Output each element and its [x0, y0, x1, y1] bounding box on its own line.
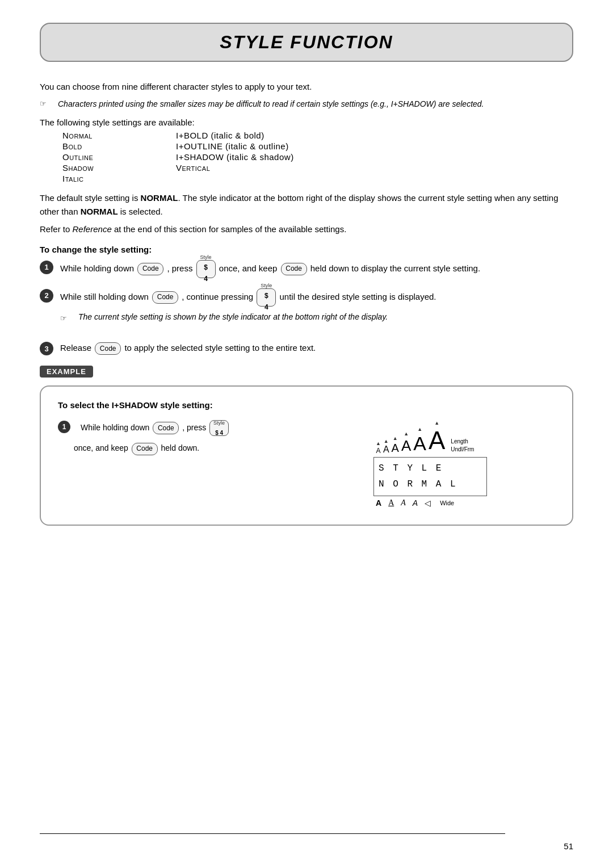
ex-text4: held down. [161, 443, 200, 452]
step-1-text-before: While holding down [60, 263, 136, 273]
example-label: EXAMPLE [40, 366, 93, 378]
ex-text1: While holding down [81, 423, 152, 432]
step-2-text-before: While still holding down [60, 292, 151, 301]
style-columns: Normal I+BOLD (italic & bold) Bold I+OUT… [62, 131, 573, 183]
style-col1-4: Shadow [62, 163, 176, 173]
steps-heading: To change the style setting: [40, 245, 573, 254]
intro-paragraph1: You can choose from nine different chara… [40, 80, 573, 94]
page-title-box: STYLE FUNCTION [40, 23, 573, 62]
step-2-key-code: Code [152, 291, 178, 304]
lcd-label-undl: Undl/Frm [451, 446, 474, 452]
step-2-note: ☞ The current style setting is shown by … [60, 311, 573, 324]
style-col2-3: I+SHADOW (italic & shadow) [176, 152, 573, 162]
note-icon-1: ☞ [40, 99, 52, 108]
example-box: To select the I+SHADOW style setting: 1 … [40, 385, 573, 525]
body-text-2: Refer to Reference at the end of this se… [40, 223, 573, 237]
step-2: 2 While still holding down Code , contin… [40, 288, 573, 331]
step-2-note-text: The current style setting is shown by th… [78, 311, 388, 324]
lcd-size-a6: ▲ A [429, 420, 445, 455]
step-1: 1 While holding down Code , press Style … [40, 260, 573, 278]
lcd-bottom-a4: A [413, 498, 418, 508]
lcd-screen: S T Y L E N O R M A L [373, 457, 487, 496]
note-text-1: Characters printed using the smaller siz… [58, 98, 484, 111]
steps-list: 1 While holding down Code , press Style … [40, 260, 573, 355]
style-col1-1: Normal [62, 131, 176, 140]
example-left: 1 While holding down Code , press Style … [58, 420, 356, 455]
style-col1-2: Bold [62, 141, 176, 151]
lcd-bottom-tri: ◁ [425, 498, 431, 508]
style-col2-1: I+BOLD (italic & bold) [176, 131, 573, 140]
step-2-content: While still holding down Code , continue… [60, 288, 573, 331]
lcd-bottom-row: A A A A ◁ Wide [373, 498, 454, 508]
lcd-line1: S T Y L E [379, 461, 482, 476]
example-inner: 1 While holding down Code , press Style … [58, 420, 555, 507]
step-1-key-code2: Code [281, 263, 307, 275]
footer-line [40, 833, 505, 835]
lcd-label-length: Length [451, 438, 474, 445]
ex-text3: once, and keep [74, 443, 131, 452]
style-col2-4: Vertical [176, 163, 573, 173]
lcd-wide-label: Wide [438, 500, 454, 506]
lcd-size-a3: ▲ A [392, 435, 399, 455]
step-1-text-mid2: once, and keep [219, 263, 280, 273]
lcd-size-a2: ▲ A [383, 438, 389, 455]
step-2-note-icon: ☞ [60, 312, 73, 324]
ex-key-code: Code [153, 422, 179, 434]
example-section: EXAMPLE To select the I+SHADOW style set… [40, 366, 573, 525]
step-1-num: 1 [40, 261, 53, 274]
step-2-text-mid1: , continue pressing [182, 292, 255, 301]
lcd-size-a5: ▲ A [413, 426, 426, 455]
style-col2-2: I+OUTLINE (italic & outline) [176, 141, 573, 151]
step-1-key-style: Style $4 [196, 260, 216, 278]
step-1-text-after: held down to display the current style s… [310, 263, 480, 273]
lcd-bottom-a3: A [401, 498, 406, 508]
style-col2-5 [176, 174, 573, 183]
step-2-key-style: Style $4 [257, 288, 276, 307]
body-text-1: The default style setting is NORMAL. The… [40, 191, 573, 220]
ex-key-code2: Code [132, 443, 158, 455]
step-3: 3 Release Code to apply the selected sty… [40, 341, 573, 355]
example-step1-continued: once, and keep Code held down. [74, 442, 356, 455]
lcd-line2: N O R M A L [379, 477, 482, 492]
style-col1-3: Outline [62, 152, 176, 162]
note-line-1: ☞ Characters printed using the smaller s… [40, 98, 573, 111]
lcd-sidebar-labels: Length Undl/Frm [451, 438, 474, 455]
example-step1-text: While holding down Code , press Style $ … [81, 420, 230, 436]
style-list-section: The following style settings are availab… [40, 118, 573, 183]
step-2-text-after: until the desired style setting is displ… [280, 292, 436, 301]
step-3-text-after: to apply the selected style setting to t… [124, 343, 316, 353]
example-step1-row: 1 While holding down Code , press Style … [58, 420, 356, 436]
step-1-key-code: Code [137, 263, 163, 275]
example-right: ▲ A ▲ A ▲ A ▲ A [373, 420, 555, 507]
step-3-text-before: Release [60, 343, 94, 353]
step-1-content: While holding down Code , press Style $4… [60, 260, 573, 278]
lcd-size-a1: ▲ A [376, 441, 381, 455]
step-3-content: Release Code to apply the selected style… [60, 341, 573, 355]
lcd-bottom-a1: A [376, 498, 381, 508]
step-3-num: 3 [40, 342, 53, 355]
step-3-key-code: Code [95, 342, 121, 355]
style-col1-5: Italic [62, 174, 176, 183]
style-avail-text: The following style settings are availab… [40, 118, 573, 127]
page-number: 51 [564, 841, 573, 851]
page-title: STYLE FUNCTION [52, 32, 561, 53]
ex-key-style: Style $ 4 [209, 420, 229, 436]
example-box-title: To select the I+SHADOW style setting: [58, 400, 555, 410]
lcd-size-row: ▲ A ▲ A ▲ A ▲ A [373, 420, 474, 455]
step-1-text-mid1: , press [167, 263, 195, 273]
page-footer: 51 [564, 841, 573, 851]
step-2-num: 2 [40, 289, 53, 303]
lcd-size-a4: ▲ A [401, 431, 411, 455]
lcd-bottom-a2: A [388, 498, 394, 508]
ex-text2: , press [182, 423, 208, 432]
example-step1-num: 1 [58, 421, 70, 433]
